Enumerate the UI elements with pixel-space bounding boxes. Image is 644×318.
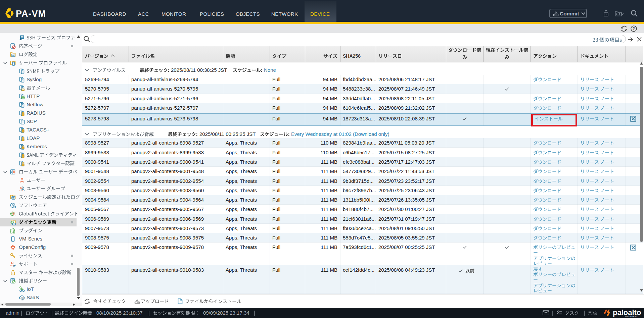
svg-text:S: S — [22, 298, 24, 300]
svg-text:?: ? — [633, 26, 635, 31]
